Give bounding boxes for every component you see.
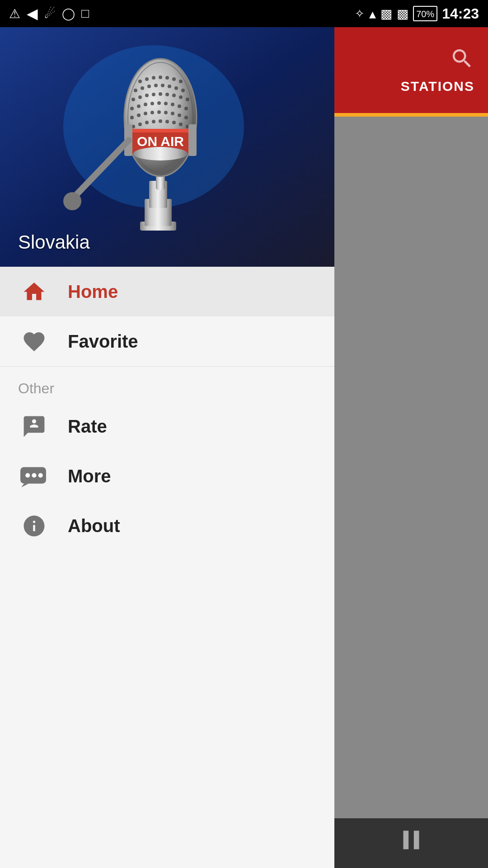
playback-bar [334,818,488,868]
menu-item-about-label: About [68,516,120,536]
signal-icon: ▩ [380,6,392,21]
svg-point-70 [32,473,36,477]
svg-point-18 [154,84,158,87]
right-panel-title-area: STATIONS [401,46,474,94]
search-button[interactable] [450,46,474,76]
right-panel-yellow-bar [334,113,488,117]
svg-point-21 [174,86,178,90]
svg-point-11 [159,75,162,79]
status-bar-right: ✧ ▴ ▩ ▩ 70% 14:23 [355,5,479,22]
right-panel-title-label: STATIONS [401,79,474,94]
svg-rect-60 [127,129,194,132]
svg-point-57 [179,123,183,126]
svg-point-35 [150,102,154,105]
signal2-icon: ▩ [397,6,408,21]
more-icon-wrapper [18,460,50,492]
menu-item-more[interactable]: More [0,451,334,501]
main-layout: ON AIR Slovakia [0,27,488,868]
svg-point-36 [157,101,161,105]
home-icon-wrapper [18,276,50,307]
battery-text: 70% [416,9,434,19]
svg-point-9 [145,77,149,81]
svg-point-38 [171,103,174,106]
svg-point-13 [172,77,176,81]
hero-country-label: Slovakia [18,231,90,253]
svg-point-56 [172,121,176,124]
menu-item-home-label: Home [68,282,118,302]
svg-point-26 [152,93,155,96]
status-time: 14:23 [442,5,479,22]
svg-point-23 [131,98,135,101]
svg-point-30 [179,95,183,99]
menu-item-about[interactable]: About [0,501,334,551]
mic-container: ON AIR [0,27,334,267]
svg-point-31 [186,98,189,101]
wifi-icon: ▴ [369,6,376,22]
svg-rect-64 [188,124,197,156]
svg-point-29 [172,94,176,97]
svg-point-25 [145,94,149,97]
instagram-icon: □ [81,6,89,21]
back-icon: ◀ [27,5,38,22]
menu-item-favorite-label: Favorite [68,331,138,352]
right-panel-header: STATIONS [334,27,488,113]
menu-item-more-label: More [68,466,111,486]
svg-point-49 [184,116,188,119]
svg-point-69 [25,473,30,477]
status-bar-left: ⚠ ◀ ☄ ◯ □ [9,5,89,22]
svg-point-37 [164,102,168,105]
right-panel: STATIONS [334,27,488,868]
svg-point-39 [178,104,181,108]
circle-icon: ◯ [62,7,75,21]
menu-section-other-header: Other [0,367,334,401]
svg-point-53 [152,120,155,123]
svg-text:ON AIR: ON AIR [137,134,184,149]
info-icon-wrapper [18,510,50,542]
svg-point-22 [181,89,185,92]
menu-item-favorite[interactable]: Favorite [0,316,334,366]
hero-image: ON AIR Slovakia [0,27,334,267]
svg-point-40 [184,107,188,110]
svg-point-48 [178,113,181,117]
svg-point-45 [157,110,161,114]
svg-point-43 [144,112,147,115]
svg-point-46 [164,111,168,114]
svg-point-20 [168,85,171,88]
svg-point-66 [63,192,81,210]
menu-list: Home Favorite Other [0,267,334,868]
battery-icon: 70% [413,6,437,21]
svg-point-15 [134,89,137,92]
menu-item-home[interactable]: Home [0,267,334,316]
svg-point-12 [165,76,169,80]
svg-point-28 [165,93,169,96]
svg-point-42 [137,113,141,117]
svg-point-51 [138,123,142,126]
svg-point-54 [159,119,162,123]
menu-item-rate[interactable]: Rate [0,401,334,451]
svg-point-71 [38,473,42,477]
svg-point-44 [150,111,154,114]
notification-icon: ⚠ [9,6,20,21]
svg-point-8 [138,80,142,83]
svg-point-55 [165,120,169,123]
svg-point-19 [161,84,164,87]
svg-point-27 [159,92,162,96]
svg-point-17 [147,85,151,88]
svg-point-62 [133,147,188,160]
heart-icon-wrapper [18,326,50,357]
svg-point-41 [130,116,134,119]
svg-point-33 [137,104,141,108]
svg-point-34 [144,103,147,106]
svg-point-47 [171,112,174,115]
menu-item-rate-label: Rate [68,416,107,437]
svg-point-52 [145,121,149,124]
right-panel-content [334,117,488,868]
pause-button[interactable] [395,824,427,862]
svg-point-32 [130,107,134,110]
svg-point-16 [141,86,144,90]
cast-icon: ✧ [355,7,365,21]
svg-point-14 [179,80,183,83]
svg-point-10 [152,76,155,80]
left-panel: ON AIR Slovakia [0,27,334,868]
svg-marker-68 [21,483,28,487]
